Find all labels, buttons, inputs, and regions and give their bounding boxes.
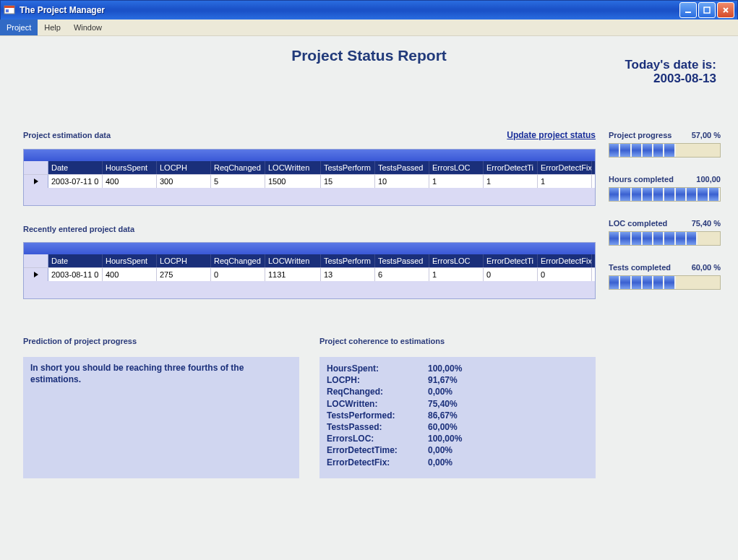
cell[interactable]: 2003-08-11 0 bbox=[48, 268, 103, 281]
col-errordetectfix[interactable]: ErrorDetectFix bbox=[538, 254, 592, 267]
progress-sidebar: Project progress57,00 %Hours completed10… bbox=[609, 131, 721, 307]
prediction-panel: In short you should be reaching three fo… bbox=[23, 357, 299, 478]
col-errorsloc[interactable]: ErrorsLOC bbox=[429, 161, 484, 174]
coherence-label: ErrorDetectFix: bbox=[327, 457, 428, 468]
coherence-row: LOCWritten:75,40% bbox=[327, 398, 588, 410]
col-testsperform[interactable]: TestsPerform bbox=[321, 254, 375, 267]
progress-label: LOC completed bbox=[609, 219, 667, 228]
progress-header: Project progress57,00 % bbox=[609, 131, 721, 139]
progress-segment bbox=[676, 144, 687, 157]
grid-footer bbox=[24, 188, 595, 205]
progress-segment bbox=[620, 188, 631, 201]
table-row[interactable]: 2003-08-11 0 400 275 0 1131 13 6 1 0 0 bbox=[24, 267, 595, 281]
progress-segment bbox=[698, 276, 708, 289]
progress-segment bbox=[643, 276, 653, 289]
col-testspassed[interactable]: TestsPassed bbox=[375, 254, 429, 267]
cell[interactable]: 2003-07-11 0 bbox=[48, 175, 103, 188]
update-project-status-link[interactable]: Update project status bbox=[507, 130, 596, 140]
progress-header: LOC completed75,40 % bbox=[609, 219, 721, 228]
progress-segment bbox=[643, 144, 653, 157]
row-header-corner bbox=[24, 161, 48, 174]
col-hoursspent[interactable]: HoursSpent bbox=[103, 254, 157, 267]
maximize-button[interactable] bbox=[698, 2, 716, 18]
cell[interactable]: 13 bbox=[321, 268, 375, 281]
progress-segment bbox=[643, 232, 653, 245]
coherence-label: TestsPassed: bbox=[327, 421, 428, 433]
coherence-label: LOCPH: bbox=[327, 374, 428, 386]
progress-segment bbox=[653, 144, 664, 157]
progress-label: Tests completed bbox=[609, 263, 671, 272]
cell[interactable]: 0 bbox=[211, 268, 265, 281]
col-errordetectti[interactable]: ErrorDetectTi bbox=[484, 254, 538, 267]
cell[interactable]: 400 bbox=[103, 175, 157, 188]
progress-bar bbox=[609, 187, 721, 202]
cell[interactable]: 0 bbox=[484, 268, 538, 281]
menu-project[interactable]: Project bbox=[0, 20, 38, 35]
minimize-button[interactable] bbox=[679, 2, 697, 18]
cell[interactable]: 6 bbox=[375, 268, 429, 281]
coherence-value: 91,67% bbox=[428, 374, 458, 386]
coherence-label: ErrorDetectTime: bbox=[327, 444, 428, 456]
col-testspassed[interactable]: TestsPassed bbox=[375, 161, 429, 174]
coherence-value: 0,00% bbox=[428, 444, 452, 456]
progress-value: 57,00 % bbox=[692, 131, 721, 139]
col-date[interactable]: Date bbox=[48, 161, 103, 174]
col-locwritten[interactable]: LOCWritten bbox=[265, 254, 321, 267]
progress-header: Tests completed60,00 % bbox=[609, 263, 721, 272]
coherence-value: 0,00% bbox=[428, 386, 452, 397]
col-reqchanged[interactable]: ReqChanged bbox=[211, 161, 265, 174]
progress-segment bbox=[609, 144, 620, 157]
cell[interactable]: 10 bbox=[375, 175, 429, 188]
prediction-text: In short you should be reaching three fo… bbox=[30, 363, 292, 385]
recent-grid[interactable]: Date HoursSpent LOCPH ReqChanged LOCWrit… bbox=[23, 242, 596, 299]
coherence-row: ErrorsLOC:100,00% bbox=[327, 433, 588, 444]
col-errordetectfix[interactable]: ErrorDetectFix bbox=[538, 161, 592, 174]
grid-caption-band bbox=[24, 243, 595, 254]
cell[interactable]: 400 bbox=[103, 268, 157, 281]
cell[interactable]: 0 bbox=[538, 268, 592, 281]
cell[interactable]: 1 bbox=[429, 268, 484, 281]
col-errordetectti[interactable]: ErrorDetectTi bbox=[484, 161, 538, 174]
cell[interactable]: 275 bbox=[157, 268, 211, 281]
cell[interactable]: 5 bbox=[211, 175, 265, 188]
col-locph[interactable]: LOCPH bbox=[157, 254, 211, 267]
col-reqchanged[interactable]: ReqChanged bbox=[211, 254, 265, 267]
estimation-grid[interactable]: Date HoursSpent LOCPH ReqChanged LOCWrit… bbox=[23, 149, 596, 206]
progress-segment bbox=[609, 188, 620, 201]
col-locwritten[interactable]: LOCWritten bbox=[265, 161, 321, 174]
progress-segment bbox=[643, 188, 653, 201]
progress-segment bbox=[664, 232, 675, 245]
menu-window[interactable]: Window bbox=[67, 20, 108, 35]
col-locph[interactable]: LOCPH bbox=[157, 161, 211, 174]
cell[interactable]: 1500 bbox=[265, 175, 321, 188]
progress-bar bbox=[609, 275, 721, 290]
cell[interactable]: 1131 bbox=[265, 268, 321, 281]
coherence-value: 100,00% bbox=[428, 433, 462, 444]
progress-segment bbox=[632, 276, 643, 289]
coherence-value: 86,67% bbox=[428, 410, 458, 421]
col-hoursspent[interactable]: HoursSpent bbox=[103, 161, 157, 174]
close-button[interactable] bbox=[717, 2, 734, 18]
cell[interactable]: 1 bbox=[538, 175, 592, 188]
grid-footer bbox=[24, 281, 595, 298]
coherence-value: 60,00% bbox=[428, 421, 458, 433]
col-testsperform[interactable]: TestsPerform bbox=[321, 161, 375, 174]
section-coherence-title: Project coherence to estimations bbox=[319, 337, 596, 345]
progress-header: Hours completed100,00 bbox=[609, 175, 721, 184]
cell[interactable]: 1 bbox=[429, 175, 484, 188]
col-date[interactable]: Date bbox=[48, 254, 103, 267]
table-row[interactable]: 2003-07-11 0 400 300 5 1500 15 10 1 1 1 bbox=[24, 174, 595, 188]
section-estimation-title: Project estimation data bbox=[23, 131, 111, 139]
coherence-row: ReqChanged:0,00% bbox=[327, 386, 588, 397]
cell[interactable]: 1 bbox=[484, 175, 538, 188]
progress-segment bbox=[609, 232, 620, 245]
coherence-label: LOCWritten: bbox=[327, 398, 428, 410]
date-label: Today's date is: bbox=[625, 59, 716, 72]
progress-segment bbox=[632, 232, 643, 245]
cell[interactable]: 300 bbox=[157, 175, 211, 188]
col-errorsloc[interactable]: ErrorsLOC bbox=[429, 254, 484, 267]
cell[interactable]: 15 bbox=[321, 175, 375, 188]
menu-help[interactable]: Help bbox=[38, 20, 67, 35]
svg-rect-4 bbox=[704, 7, 710, 13]
coherence-value: 0,00% bbox=[428, 457, 452, 468]
